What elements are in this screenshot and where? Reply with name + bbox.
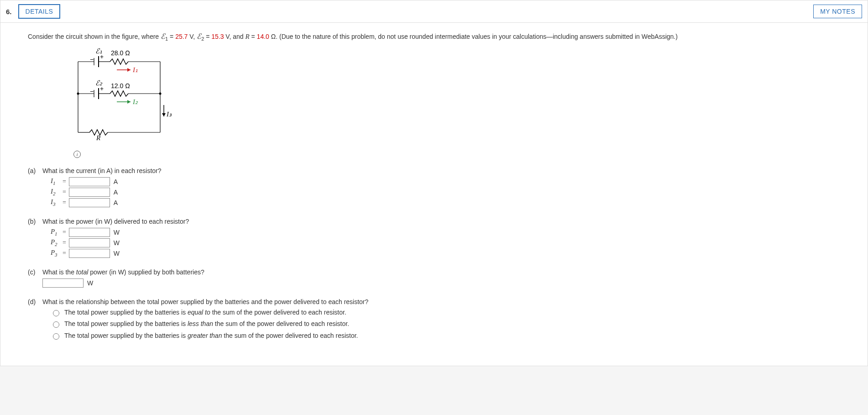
part-a: (a) What is the current (in A) in each r… <box>28 167 840 209</box>
my-notes-button[interactable]: MY NOTES <box>813 5 862 18</box>
svg-marker-17 <box>127 100 131 104</box>
radio-greater[interactable] <box>53 333 59 340</box>
equals: = <box>63 178 66 185</box>
option-greater[interactable]: The total power supplied by the batterie… <box>51 331 368 341</box>
symbol-emf1: ℰ <box>161 32 165 40</box>
value-R: 14.0 <box>257 33 269 40</box>
svg-marker-20 <box>162 113 166 116</box>
info-icon[interactable]: i <box>73 151 81 158</box>
unit-total-power: W <box>87 279 93 287</box>
symbol-emf2: ℰ <box>197 32 201 40</box>
input-I3[interactable] <box>69 198 110 207</box>
var-P3: P3 <box>51 249 60 257</box>
equals: = <box>63 239 66 247</box>
row-I3: I3 = A <box>51 198 162 207</box>
problem-stem: Consider the circuit shown in the figure… <box>28 31 840 42</box>
unit-P2: W <box>114 239 120 247</box>
unit-P3: W <box>114 250 120 257</box>
row-P1: P1 = W <box>51 228 189 237</box>
unit-I3: A <box>114 199 118 206</box>
stem-tail: (Due to the nature of this problem, do n… <box>279 33 678 40</box>
question-body: Consider the circuit shown in the figure… <box>0 23 868 366</box>
svg-text:−: − <box>90 88 94 95</box>
input-P2[interactable] <box>69 238 110 247</box>
radio-equal[interactable] <box>53 310 59 316</box>
part-a-label: (a) <box>28 167 41 174</box>
sub-1: 1 <box>165 36 168 42</box>
unit-R: Ω. <box>271 33 279 40</box>
unit-emf1: V, <box>189 33 197 40</box>
unit-emf2: V, and <box>225 33 245 40</box>
option-less-text: The total power supplied by the batterie… <box>64 320 349 329</box>
var-P1: P1 <box>51 228 60 236</box>
unit-I1: A <box>114 178 118 185</box>
row-P3: P3 = W <box>51 249 189 258</box>
equals: = <box>63 199 66 206</box>
label-emf1: ℰ₁ <box>95 48 102 55</box>
row-I1: I1 = A <box>51 177 162 186</box>
option-equal[interactable]: The total power supplied by the batterie… <box>51 308 368 317</box>
row-P2: P2 = W <box>51 238 189 247</box>
svg-point-25 <box>77 93 79 95</box>
label-r1: 28.0 Ω <box>111 49 130 57</box>
circuit-svg: − + ℰ₁ 28.0 Ω I₁ − + ℰ₂ <box>73 48 188 148</box>
stem-pre: Consider the circuit shown in the figure… <box>28 33 161 40</box>
circuit-figure: − + ℰ₁ 28.0 Ω I₁ − + ℰ₂ <box>73 48 840 158</box>
var-I3: I3 <box>51 198 60 207</box>
part-b-question: What is the power (in W) delivered to ea… <box>42 218 189 225</box>
question-container: 6. DETAILS MY NOTES Consider the circuit… <box>0 0 868 366</box>
row-I2: I2 = A <box>51 188 162 197</box>
equals: = <box>63 250 66 257</box>
part-a-question: What is the current (in A) in each resis… <box>42 167 162 174</box>
unit-I2: A <box>114 189 118 196</box>
part-d-options: The total power supplied by the batterie… <box>51 308 368 341</box>
part-d-question: What is the relationship between the tot… <box>42 298 368 305</box>
symbol-R: R <box>245 33 249 40</box>
details-button[interactable]: DETAILS <box>18 4 61 19</box>
var-P2: P2 <box>51 238 60 247</box>
label-I3: I₃ <box>166 110 172 118</box>
row-total-power: W <box>42 278 204 288</box>
question-number: 6. <box>6 8 12 16</box>
stem-eqR: = <box>251 33 257 40</box>
svg-point-24 <box>159 93 162 95</box>
equals: = <box>63 229 66 236</box>
input-I2[interactable] <box>69 188 110 197</box>
part-d-label: (d) <box>28 298 41 305</box>
input-total-power[interactable] <box>42 278 84 288</box>
stem-eq2: = <box>206 33 211 40</box>
label-I1: I₁ <box>132 66 138 74</box>
part-c-label: (c) <box>28 268 41 276</box>
label-r2: 12.0 Ω <box>111 82 130 89</box>
label-I2: I₂ <box>132 98 138 105</box>
input-I1[interactable] <box>69 177 110 186</box>
radio-less[interactable] <box>53 321 59 328</box>
stem-eq1: = <box>170 33 175 40</box>
question-header: 6. DETAILS MY NOTES <box>0 0 868 23</box>
label-emf2: ℰ₂ <box>95 79 103 87</box>
unit-P1: W <box>114 229 120 236</box>
svg-marker-8 <box>127 68 131 72</box>
equals: = <box>63 189 66 196</box>
input-P1[interactable] <box>69 228 110 237</box>
part-d: (d) What is the relationship between the… <box>28 298 840 343</box>
sub-2: 2 <box>201 36 204 42</box>
figure-footer: i <box>73 150 840 158</box>
svg-text:−: − <box>90 56 94 63</box>
value-emf1: 25.7 <box>175 33 188 40</box>
label-R: R <box>96 134 100 142</box>
part-c: (c) What is the total power (in W) suppl… <box>28 268 840 289</box>
option-less[interactable]: The total power supplied by the batterie… <box>51 320 368 329</box>
var-I1: I1 <box>51 177 60 186</box>
value-emf2: 15.3 <box>211 33 224 40</box>
part-b: (b) What is the power (in W) delivered t… <box>28 218 840 259</box>
input-P3[interactable] <box>69 249 110 258</box>
header-left: 6. DETAILS <box>6 4 60 19</box>
var-I2: I2 <box>51 188 60 196</box>
option-equal-text: The total power supplied by the batterie… <box>64 308 346 317</box>
part-c-question: What is the total power (in W) supplied … <box>42 268 204 276</box>
part-b-label: (b) <box>28 218 41 225</box>
option-greater-text: The total power supplied by the batterie… <box>64 331 358 341</box>
